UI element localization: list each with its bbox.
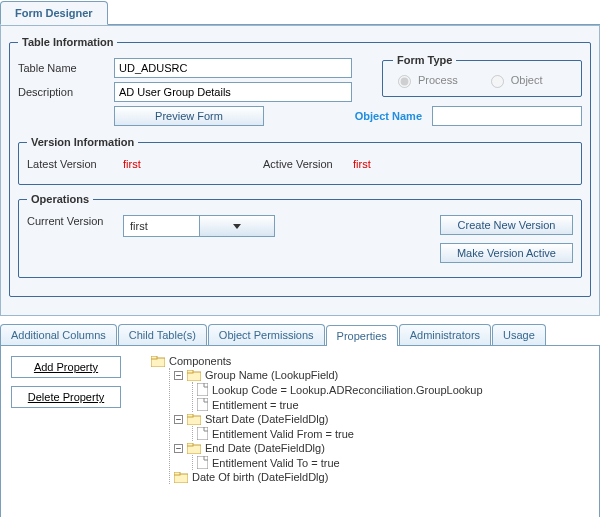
- svg-rect-9: [197, 427, 208, 440]
- latest-version-label: Latest Version: [27, 158, 123, 170]
- file-icon: [197, 427, 208, 440]
- properties-panel: Add Property Delete Property Components …: [0, 345, 600, 517]
- svg-rect-12: [197, 456, 208, 469]
- folder-icon: [151, 356, 165, 367]
- object-name-input[interactable]: [432, 106, 582, 126]
- tab-additional-columns[interactable]: Additional Columns: [0, 324, 117, 345]
- tab-form-designer[interactable]: Form Designer: [0, 1, 108, 25]
- operations-group: Operations Current Version first Create …: [18, 193, 582, 278]
- collapse-icon[interactable]: −: [174, 371, 183, 380]
- table-name-label: Table Name: [18, 62, 114, 74]
- description-label: Description: [18, 86, 114, 98]
- version-information-legend: Version Information: [27, 136, 138, 148]
- collapse-icon[interactable]: −: [174, 444, 183, 453]
- tree-leaf[interactable]: Entitlement = true: [197, 397, 589, 412]
- tab-administrators[interactable]: Administrators: [399, 324, 491, 345]
- form-type-legend: Form Type: [393, 54, 456, 66]
- folder-icon: [187, 370, 201, 381]
- table-name-input[interactable]: [114, 58, 352, 78]
- tab-child-tables[interactable]: Child Table(s): [118, 324, 207, 345]
- tab-properties[interactable]: Properties: [326, 325, 398, 346]
- table-information-legend: Table Information: [18, 36, 117, 48]
- svg-rect-8: [187, 414, 193, 417]
- folder-icon: [174, 472, 188, 483]
- properties-tree[interactable]: Components − Group Name (LookupField) Lo…: [147, 352, 593, 517]
- tree-root[interactable]: Components: [151, 354, 589, 368]
- active-version-label: Active Version: [263, 158, 353, 170]
- chevron-down-icon: [199, 216, 275, 236]
- tree-date-of-birth[interactable]: Date Of birth (DateFieldDlg): [174, 470, 589, 484]
- file-icon: [197, 383, 208, 396]
- svg-rect-4: [187, 370, 193, 373]
- folder-icon: [187, 443, 201, 454]
- tree-leaf[interactable]: Entitlement Valid To = true: [197, 455, 589, 470]
- current-version-select[interactable]: first: [123, 215, 275, 237]
- table-information-group: Table Information Table Name Description…: [9, 36, 591, 297]
- svg-rect-14: [174, 472, 180, 475]
- svg-rect-11: [187, 443, 193, 446]
- tree-start-date[interactable]: − Start Date (DateFieldDlg): [174, 412, 589, 426]
- object-name-label: Object Name: [355, 110, 422, 122]
- tab-usage[interactable]: Usage: [492, 324, 546, 345]
- lower-tab-bar: Additional Columns Child Table(s) Object…: [0, 324, 600, 345]
- svg-rect-6: [197, 398, 208, 411]
- file-icon: [197, 398, 208, 411]
- top-tab-bar: Form Designer: [0, 0, 600, 25]
- folder-icon: [187, 414, 201, 425]
- operations-legend: Operations: [27, 193, 93, 205]
- create-new-version-button[interactable]: Create New Version: [440, 215, 573, 235]
- delete-property-button[interactable]: Delete Property: [11, 386, 121, 408]
- tree-group-name[interactable]: − Group Name (LookupField): [174, 368, 589, 382]
- svg-marker-0: [233, 224, 241, 229]
- active-version-value: first: [353, 158, 371, 170]
- description-input[interactable]: [114, 82, 352, 102]
- version-information-group: Version Information Latest Version first…: [18, 136, 582, 185]
- form-type-group: Form Type Process Object: [382, 54, 582, 97]
- tree-leaf[interactable]: Entitlement Valid From = true: [197, 426, 589, 441]
- add-property-button[interactable]: Add Property: [11, 356, 121, 378]
- form-type-object-radio[interactable]: Object: [486, 72, 543, 88]
- form-type-process-radio[interactable]: Process: [393, 72, 458, 88]
- tab-object-permissions[interactable]: Object Permissions: [208, 324, 325, 345]
- tree-end-date[interactable]: − End Date (DateFieldDlg): [174, 441, 589, 455]
- svg-rect-2: [151, 356, 157, 359]
- latest-version-value: first: [123, 158, 263, 170]
- main-panel: Table Information Table Name Description…: [0, 25, 600, 316]
- current-version-label: Current Version: [27, 215, 123, 227]
- collapse-icon[interactable]: −: [174, 415, 183, 424]
- file-icon: [197, 456, 208, 469]
- preview-form-button[interactable]: Preview Form: [114, 106, 264, 126]
- svg-rect-5: [197, 383, 208, 396]
- tree-leaf[interactable]: Lookup Code = Lookup.ADReconciliation.Gr…: [197, 382, 589, 397]
- make-version-active-button[interactable]: Make Version Active: [440, 243, 573, 263]
